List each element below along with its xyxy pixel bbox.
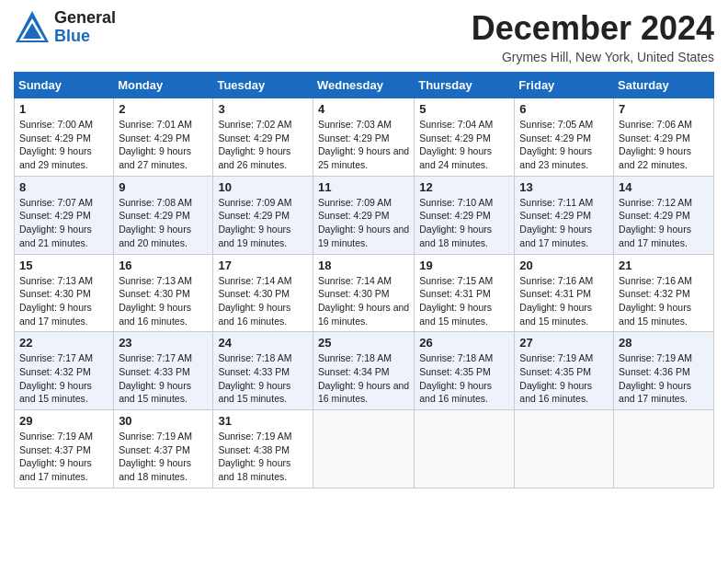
header: General Blue December 2024 Grymes Hill, … (14, 9, 714, 64)
day-info: Sunrise: 7:08 AMSunset: 4:29 PMDaylight:… (119, 197, 192, 248)
day-info: Sunrise: 7:09 AMSunset: 4:29 PMDaylight:… (318, 197, 409, 248)
day-info: Sunrise: 7:07 AMSunset: 4:29 PMDaylight:… (19, 197, 93, 248)
logo: General Blue (14, 9, 116, 46)
day-info: Sunrise: 7:18 AMSunset: 4:34 PMDaylight:… (318, 352, 409, 404)
table-row: 23 Sunrise: 7:17 AMSunset: 4:33 PMDaylig… (114, 332, 213, 410)
day-info: Sunrise: 7:01 AMSunset: 4:29 PMDaylight:… (119, 119, 192, 170)
title-area: December 2024 Grymes Hill, New York, Uni… (472, 9, 714, 64)
day-number: 11 (318, 180, 409, 194)
day-number: 14 (619, 180, 709, 194)
day-info: Sunrise: 7:04 AMSunset: 4:29 PMDaylight:… (419, 119, 493, 170)
day-info: Sunrise: 7:18 AMSunset: 4:33 PMDaylight:… (218, 352, 291, 404)
table-row: 8 Sunrise: 7:07 AMSunset: 4:29 PMDayligh… (15, 176, 114, 254)
day-info: Sunrise: 7:18 AMSunset: 4:35 PMDaylight:… (419, 352, 493, 404)
header-tuesday: Tuesday (213, 73, 313, 98)
table-row: 18 Sunrise: 7:14 AMSunset: 4:30 PMDaylig… (313, 254, 414, 332)
day-info: Sunrise: 7:03 AMSunset: 4:29 PMDaylight:… (318, 119, 409, 170)
day-number: 25 (318, 336, 409, 350)
table-row: 11 Sunrise: 7:09 AMSunset: 4:29 PMDaylig… (313, 176, 414, 254)
day-number: 6 (519, 102, 609, 116)
table-row: 15 Sunrise: 7:13 AMSunset: 4:30 PMDaylig… (15, 254, 114, 332)
day-number: 26 (419, 336, 509, 350)
day-number: 23 (119, 336, 208, 350)
header-wednesday: Wednesday (313, 73, 414, 98)
day-number: 7 (619, 102, 709, 116)
table-row: 28 Sunrise: 7:19 AMSunset: 4:36 PMDaylig… (614, 332, 714, 410)
table-row: 22 Sunrise: 7:17 AMSunset: 4:32 PMDaylig… (15, 332, 114, 410)
day-info: Sunrise: 7:02 AMSunset: 4:29 PMDaylight:… (218, 119, 291, 170)
day-number: 20 (519, 259, 609, 272)
day-number: 30 (119, 414, 208, 428)
day-number: 1 (19, 102, 108, 116)
calendar: Sunday Monday Tuesday Wednesday Thursday… (14, 72, 714, 488)
day-number: 12 (419, 180, 509, 194)
logo-blue-text: Blue (54, 27, 90, 45)
day-number: 2 (119, 102, 208, 116)
day-number: 19 (419, 259, 509, 272)
logo-text: General Blue (54, 9, 116, 46)
table-row: 1 Sunrise: 7:00 AMSunset: 4:29 PMDayligh… (15, 98, 114, 177)
table-row: 21 Sunrise: 7:16 AMSunset: 4:32 PMDaylig… (614, 254, 714, 332)
day-info: Sunrise: 7:19 AMSunset: 4:37 PMDaylight:… (119, 431, 192, 482)
day-number: 16 (119, 259, 208, 272)
day-number: 31 (218, 414, 308, 428)
day-number: 10 (218, 180, 308, 194)
day-number: 4 (318, 102, 409, 116)
day-number: 27 (519, 336, 609, 350)
table-row: 24 Sunrise: 7:18 AMSunset: 4:33 PMDaylig… (213, 332, 313, 410)
header-thursday: Thursday (415, 73, 515, 98)
day-info: Sunrise: 7:09 AMSunset: 4:29 PMDaylight:… (218, 197, 291, 248)
day-number: 5 (419, 102, 509, 116)
day-info: Sunrise: 7:14 AMSunset: 4:30 PMDaylight:… (218, 275, 291, 327)
day-info: Sunrise: 7:19 AMSunset: 4:38 PMDaylight:… (218, 431, 291, 482)
day-info: Sunrise: 7:13 AMSunset: 4:30 PMDaylight:… (19, 275, 93, 327)
table-row: 4 Sunrise: 7:03 AMSunset: 4:29 PMDayligh… (313, 98, 414, 177)
day-number: 3 (218, 102, 308, 116)
day-number: 22 (19, 336, 108, 350)
table-row: 17 Sunrise: 7:14 AMSunset: 4:30 PMDaylig… (213, 254, 313, 332)
table-row (313, 410, 414, 488)
table-row: 2 Sunrise: 7:01 AMSunset: 4:29 PMDayligh… (114, 98, 213, 177)
day-info: Sunrise: 7:11 AMSunset: 4:29 PMDaylight:… (519, 197, 593, 248)
day-info: Sunrise: 7:14 AMSunset: 4:30 PMDaylight:… (318, 275, 409, 327)
day-number: 13 (519, 180, 609, 194)
day-info: Sunrise: 7:19 AMSunset: 4:37 PMDaylight:… (19, 431, 93, 482)
day-info: Sunrise: 7:16 AMSunset: 4:32 PMDaylight:… (619, 275, 692, 327)
table-row (415, 410, 515, 488)
logo-general-text: General (54, 8, 116, 27)
header-sunday: Sunday (15, 73, 114, 98)
day-number: 15 (19, 259, 108, 272)
day-info: Sunrise: 7:06 AMSunset: 4:29 PMDaylight:… (619, 119, 692, 170)
day-info: Sunrise: 7:12 AMSunset: 4:29 PMDaylight:… (619, 197, 692, 248)
calendar-header-row: Sunday Monday Tuesday Wednesday Thursday… (15, 73, 714, 98)
table-row: 9 Sunrise: 7:08 AMSunset: 4:29 PMDayligh… (114, 176, 213, 254)
table-row: 5 Sunrise: 7:04 AMSunset: 4:29 PMDayligh… (415, 98, 515, 177)
day-info: Sunrise: 7:15 AMSunset: 4:31 PMDaylight:… (419, 275, 493, 327)
day-number: 18 (318, 259, 409, 272)
table-row: 13 Sunrise: 7:11 AMSunset: 4:29 PMDaylig… (515, 176, 614, 254)
table-row: 3 Sunrise: 7:02 AMSunset: 4:29 PMDayligh… (213, 98, 313, 177)
day-info: Sunrise: 7:10 AMSunset: 4:29 PMDaylight:… (419, 197, 493, 248)
table-row (515, 410, 614, 488)
table-row: 20 Sunrise: 7:16 AMSunset: 4:31 PMDaylig… (515, 254, 614, 332)
day-number: 28 (619, 336, 709, 350)
table-row: 7 Sunrise: 7:06 AMSunset: 4:29 PMDayligh… (614, 98, 714, 177)
day-info: Sunrise: 7:17 AMSunset: 4:33 PMDaylight:… (119, 352, 192, 404)
logo-icon (14, 9, 51, 46)
table-row: 25 Sunrise: 7:18 AMSunset: 4:34 PMDaylig… (313, 332, 414, 410)
table-row: 10 Sunrise: 7:09 AMSunset: 4:29 PMDaylig… (213, 176, 313, 254)
day-info: Sunrise: 7:19 AMSunset: 4:36 PMDaylight:… (619, 352, 692, 404)
day-number: 8 (19, 180, 108, 194)
month-title: December 2024 (472, 9, 714, 48)
table-row: 14 Sunrise: 7:12 AMSunset: 4:29 PMDaylig… (614, 176, 714, 254)
day-info: Sunrise: 7:19 AMSunset: 4:35 PMDaylight:… (519, 352, 593, 404)
header-monday: Monday (114, 73, 213, 98)
table-row: 26 Sunrise: 7:18 AMSunset: 4:35 PMDaylig… (415, 332, 515, 410)
table-row: 19 Sunrise: 7:15 AMSunset: 4:31 PMDaylig… (415, 254, 515, 332)
table-row: 16 Sunrise: 7:13 AMSunset: 4:30 PMDaylig… (114, 254, 213, 332)
day-number: 17 (218, 259, 308, 272)
table-row: 6 Sunrise: 7:05 AMSunset: 4:29 PMDayligh… (515, 98, 614, 177)
day-number: 24 (218, 336, 308, 350)
day-info: Sunrise: 7:13 AMSunset: 4:30 PMDaylight:… (119, 275, 192, 327)
location-title: Grymes Hill, New York, United States (472, 50, 714, 64)
